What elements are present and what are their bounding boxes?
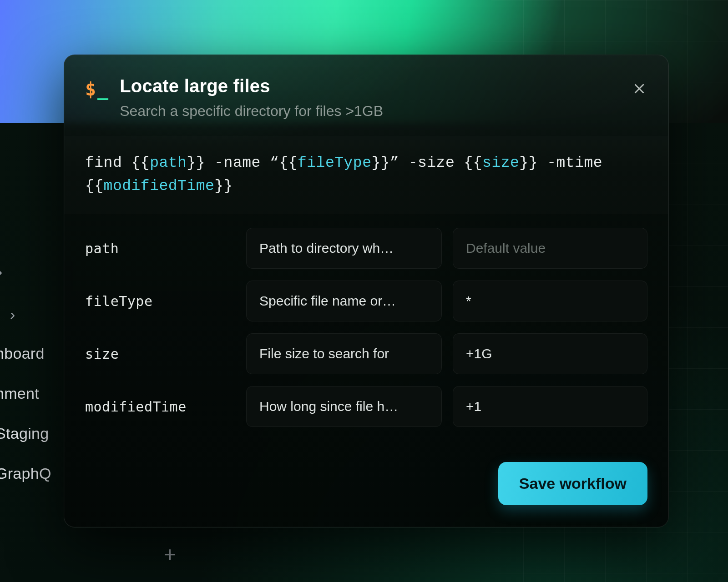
param-name: fileType bbox=[85, 293, 235, 309]
modal-title: Locate large files bbox=[120, 76, 383, 96]
template-text: {{ bbox=[131, 155, 150, 171]
param-name: path bbox=[85, 241, 235, 256]
modal-subtitle: Search a specific directory for files >1… bbox=[120, 103, 383, 120]
param-row-size: sizeFile size to search for+1G bbox=[85, 333, 647, 374]
sidebar-item-graphql[interactable]: GraphQ bbox=[0, 466, 51, 481]
param-description-input[interactable]: Path to directory wh… bbox=[246, 228, 442, 269]
template-var-path: path bbox=[150, 155, 187, 171]
template-text: {{ bbox=[464, 155, 483, 171]
sidebar-item-dashboard[interactable]: nboard bbox=[0, 346, 51, 361]
modal-header: $_ Locate large files Search a specific … bbox=[64, 55, 668, 133]
param-row-path: pathPath to directory wh…Default value bbox=[85, 228, 647, 269]
sidebar-fragment: › › nboard nment Staging GraphQ bbox=[0, 264, 56, 506]
command-template[interactable]: find {{path}} -name “{{fileType}}” -size… bbox=[64, 136, 668, 214]
template-text: }} bbox=[371, 155, 390, 171]
param-description-input[interactable]: How long since file h… bbox=[246, 386, 442, 427]
template-text: }} bbox=[214, 178, 233, 195]
template-text: find bbox=[85, 155, 131, 171]
close-button[interactable] bbox=[629, 79, 649, 99]
param-description-input[interactable]: File size to search for bbox=[246, 333, 442, 374]
param-default-input[interactable]: +1G bbox=[453, 333, 647, 374]
chevron-right-icon[interactable]: › bbox=[10, 306, 56, 322]
template-var-modifiedTime: modifiedTime bbox=[104, 178, 215, 195]
template-text: -name “ bbox=[205, 155, 279, 171]
template-text: -mtime bbox=[538, 155, 612, 171]
sidebar-item-staging[interactable]: Staging bbox=[0, 426, 51, 441]
param-default-input[interactable]: Default value bbox=[453, 228, 647, 269]
plus-icon[interactable]: + bbox=[164, 542, 176, 567]
template-text: {{ bbox=[279, 155, 298, 171]
template-text: }} bbox=[519, 155, 538, 171]
param-name: size bbox=[85, 346, 235, 362]
save-workflow-button[interactable]: Save workflow bbox=[498, 462, 647, 505]
param-row-modifiedTime: modifiedTimeHow long since file h…+1 bbox=[85, 386, 647, 427]
parameter-list: pathPath to directory wh…Default valuefi… bbox=[64, 214, 668, 431]
param-default-input[interactable]: +1 bbox=[453, 386, 647, 427]
modal-footer: Save workflow bbox=[64, 462, 668, 527]
template-text: }} bbox=[187, 155, 205, 171]
sidebar-item-environment[interactable]: nment bbox=[0, 386, 51, 401]
chevron-right-icon[interactable]: › bbox=[0, 264, 53, 279]
param-default-input[interactable]: * bbox=[453, 281, 647, 321]
terminal-prompt-icon: $_ bbox=[85, 79, 108, 100]
param-name: modifiedTime bbox=[85, 399, 235, 415]
template-text: {{ bbox=[85, 178, 104, 195]
workflow-editor-modal: $_ Locate large files Search a specific … bbox=[64, 55, 669, 527]
param-row-fileType: fileTypeSpecific file name or…* bbox=[85, 281, 647, 321]
close-icon bbox=[632, 82, 646, 95]
template-var-size: size bbox=[482, 155, 519, 171]
template-var-fileType: fileType bbox=[298, 155, 371, 171]
template-text: ” -size bbox=[390, 155, 464, 171]
param-description-input[interactable]: Specific file name or… bbox=[246, 281, 442, 321]
